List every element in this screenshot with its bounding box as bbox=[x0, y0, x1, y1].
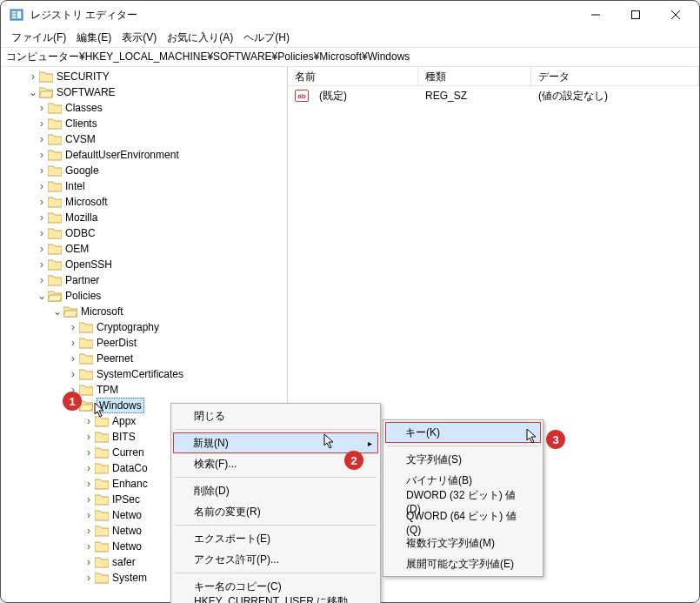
chevron-right-icon[interactable]: › bbox=[83, 493, 95, 506]
tree-item[interactable]: ›Google bbox=[36, 163, 287, 178]
tree-item-software[interactable]: ⌄ SOFTWARE bbox=[27, 84, 287, 100]
folder-icon bbox=[48, 243, 62, 255]
close-button[interactable] bbox=[656, 2, 696, 28]
tree-item[interactable]: ›OEM bbox=[36, 241, 287, 257]
chevron-right-icon[interactable]: › bbox=[36, 211, 48, 224]
svg-rect-3 bbox=[12, 17, 16, 18]
ctx-perm[interactable]: アクセス許可(P)... bbox=[173, 549, 378, 570]
menu-view[interactable]: 表示(V) bbox=[117, 29, 162, 47]
chevron-right-icon[interactable]: › bbox=[36, 274, 48, 286]
chevron-right-icon[interactable]: › bbox=[83, 556, 95, 568]
chevron-right-icon[interactable]: › bbox=[67, 368, 79, 380]
chevron-right-icon[interactable]: › bbox=[36, 133, 48, 145]
chevron-right-icon[interactable]: › bbox=[67, 337, 79, 349]
tree-item[interactable]: ›Cryptography bbox=[67, 319, 287, 335]
chevron-right-icon[interactable]: › bbox=[36, 149, 48, 161]
tree-item-windows[interactable]: Windows bbox=[97, 398, 144, 413]
tree-item[interactable]: ›PeerDist bbox=[67, 335, 287, 351]
tree-item[interactable]: ›SystemCertificates bbox=[67, 366, 287, 382]
context-menu: 閉じる 新規(N)▸ 検索(F)... 削除(D) 名前の変更(R) エクスポー… bbox=[170, 403, 381, 603]
tree-item-policies[interactable]: ⌄ Policies bbox=[36, 288, 287, 304]
regedit-icon bbox=[10, 8, 23, 22]
folder-icon bbox=[79, 384, 93, 396]
annotation-badge-1: 1 bbox=[63, 392, 82, 411]
folder-icon bbox=[48, 274, 62, 286]
tree-item[interactable]: ›Microsoft bbox=[36, 194, 287, 210]
tree-item[interactable]: ›OpenSSH bbox=[36, 257, 287, 272]
chevron-right-icon[interactable]: › bbox=[67, 321, 79, 333]
chevron-right-icon[interactable]: › bbox=[36, 180, 48, 192]
folder-icon bbox=[95, 478, 109, 490]
tree-item[interactable]: ›DefaultUserEnvironment bbox=[36, 147, 287, 163]
ctx-rename[interactable]: 名前の変更(R) bbox=[173, 501, 378, 522]
chevron-right-icon[interactable]: › bbox=[36, 258, 48, 271]
tree-item[interactable]: ›Intel bbox=[36, 178, 287, 194]
tree-item[interactable]: ›Peernet bbox=[67, 351, 287, 366]
chevron-down-icon[interactable]: ⌄ bbox=[27, 86, 39, 98]
tree-item[interactable]: ›Clients bbox=[36, 116, 287, 131]
chevron-right-icon[interactable]: › bbox=[36, 164, 48, 177]
tree-item-microsoft[interactable]: ⌄ Microsoft bbox=[51, 304, 287, 319]
annotation-badge-2: 2 bbox=[344, 451, 363, 470]
folder-icon bbox=[79, 321, 93, 333]
ctx-close[interactable]: 閉じる bbox=[173, 405, 378, 426]
folder-icon bbox=[95, 509, 109, 521]
chevron-right-icon[interactable]: › bbox=[36, 117, 48, 130]
address-input[interactable] bbox=[6, 51, 694, 64]
chevron-right-icon[interactable]: › bbox=[83, 431, 95, 443]
context-submenu-new: キー(K) 文字列値(S) バイナリ値(B) DWORD (32 ビット) 値(… bbox=[383, 419, 543, 577]
tree-item[interactable]: ›Partner bbox=[36, 272, 287, 288]
sub-multi[interactable]: 複数行文字列値(M) bbox=[385, 533, 541, 553]
chevron-right-icon[interactable]: › bbox=[36, 196, 48, 208]
sub-expand[interactable]: 展開可能な文字列値(E) bbox=[385, 553, 541, 574]
tree-item[interactable]: ›TPM bbox=[67, 382, 287, 398]
folder-icon bbox=[95, 493, 109, 506]
chevron-right-icon[interactable]: › bbox=[83, 446, 95, 459]
ctx-delete[interactable]: 削除(D) bbox=[173, 480, 378, 501]
maximize-button[interactable] bbox=[616, 2, 656, 28]
chevron-right-icon[interactable]: › bbox=[67, 352, 79, 365]
sub-key[interactable]: キー(K) bbox=[385, 422, 541, 443]
folder-icon bbox=[95, 572, 109, 584]
tree-item[interactable]: ›ODBC bbox=[36, 225, 287, 241]
sub-sz[interactable]: 文字列値(S) bbox=[385, 449, 541, 470]
ctx-new[interactable]: 新規(N)▸ bbox=[173, 432, 378, 453]
col-name[interactable]: 名前 bbox=[288, 67, 418, 85]
minimize-button[interactable] bbox=[576, 2, 616, 28]
sub-qword[interactable]: QWORD (64 ビット) 値(Q) bbox=[385, 512, 541, 533]
chevron-right-icon[interactable]: › bbox=[27, 70, 39, 83]
menu-fav[interactable]: お気に入り(A) bbox=[162, 29, 238, 47]
chevron-right-icon[interactable]: › bbox=[83, 509, 95, 521]
folder-icon bbox=[79, 337, 93, 349]
svg-rect-1 bbox=[12, 11, 16, 13]
chevron-right-icon[interactable]: › bbox=[83, 525, 95, 537]
chevron-right-icon[interactable]: › bbox=[83, 415, 95, 427]
ctx-movehkcu[interactable]: HKEY_CURRENT_USER に移動(T) bbox=[173, 597, 378, 603]
tree-item-security[interactable]: › SECURITY bbox=[27, 69, 287, 84]
value-row-default[interactable]: ab (既定) REG_SZ (値の設定なし) bbox=[288, 88, 699, 104]
ctx-export[interactable]: エクスポート(E) bbox=[173, 528, 378, 549]
chevron-right-icon[interactable]: › bbox=[83, 540, 95, 553]
titlebar[interactable]: レジストリ エディター bbox=[1, 1, 699, 29]
chevron-right-icon[interactable]: › bbox=[36, 243, 48, 255]
col-data[interactable]: データ bbox=[531, 67, 699, 85]
chevron-right-icon[interactable]: › bbox=[83, 462, 95, 474]
folder-icon bbox=[48, 258, 62, 271]
folder-icon bbox=[79, 368, 93, 380]
chevron-right-icon[interactable]: › bbox=[36, 227, 48, 239]
tree-item[interactable]: ›CVSM bbox=[36, 131, 287, 147]
menu-file[interactable]: ファイル(F) bbox=[6, 29, 71, 47]
menu-help[interactable]: ヘルプ(H) bbox=[238, 29, 295, 47]
col-type[interactable]: 種類 bbox=[418, 67, 531, 85]
chevron-down-icon[interactable]: ⌄ bbox=[36, 290, 48, 302]
tree-item[interactable]: ›Classes bbox=[36, 100, 287, 116]
folder-icon bbox=[95, 431, 109, 443]
chevron-right-icon[interactable]: › bbox=[83, 478, 95, 490]
chevron-down-icon[interactable]: ⌄ bbox=[51, 305, 63, 318]
folder-icon bbox=[48, 227, 62, 239]
menu-edit[interactable]: 編集(E) bbox=[71, 29, 117, 47]
chevron-right-icon[interactable]: › bbox=[36, 102, 48, 114]
chevron-right-icon[interactable]: › bbox=[83, 572, 95, 584]
tree-item[interactable]: ›Mozilla bbox=[36, 210, 287, 225]
svg-rect-6 bbox=[632, 11, 640, 19]
